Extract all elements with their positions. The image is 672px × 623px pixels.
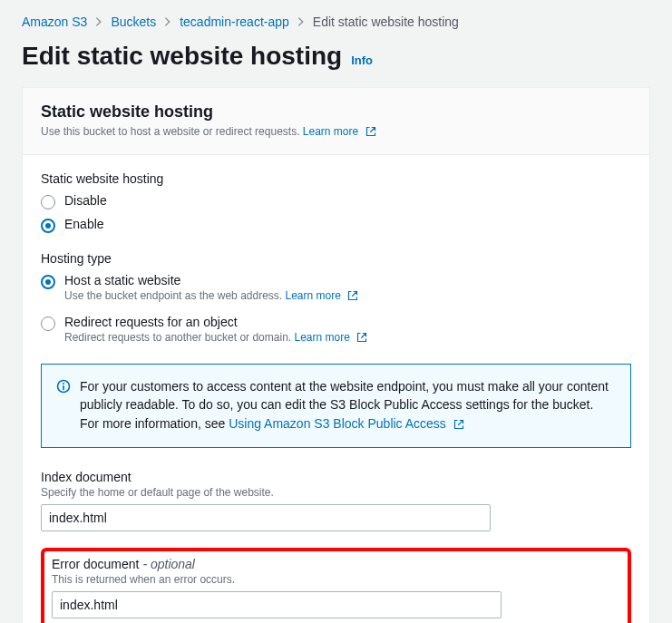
breadcrumb-current: Edit static website hosting [313, 15, 459, 29]
panel-desc: Use this bucket to host a website or red… [41, 125, 631, 140]
index-document-group: Index document Specify the home or defau… [41, 470, 491, 531]
breadcrumb-link-bucketname[interactable]: tecadmin-react-app [180, 15, 289, 29]
learn-more-link[interactable]: Learn more [294, 331, 367, 344]
external-link-icon [365, 126, 376, 140]
hosting-type-label: Hosting type [41, 251, 631, 266]
radio-host-static-desc: Use the bucket endpoint as the web addre… [64, 289, 358, 304]
panel-static-website-hosting: Static website hosting Use this bucket t… [22, 87, 650, 623]
chevron-right-icon [295, 15, 307, 28]
public-access-alert: For your customers to access content at … [41, 364, 631, 448]
learn-more-link[interactable]: Learn more [286, 289, 359, 302]
radio-icon [41, 219, 55, 233]
radio-icon [41, 316, 55, 331]
radio-redirect-desc: Redirect requests to another bucket or d… [64, 331, 367, 346]
chevron-right-icon [161, 15, 174, 28]
radio-disable-label: Disable [64, 193, 107, 208]
index-document-input[interactable] [41, 504, 491, 531]
external-link-icon [356, 332, 367, 346]
panel-title: Static website hosting [41, 102, 631, 122]
hosting-radio-label: Static website hosting [41, 171, 631, 186]
external-link-icon [347, 290, 358, 304]
svg-point-1 [63, 383, 64, 385]
radio-icon [41, 275, 55, 289]
hosting-type-group: Host a static website Use the bucket end… [41, 273, 631, 346]
info-icon [56, 379, 71, 434]
index-document-hint: Specify the home or default page of the … [41, 486, 491, 499]
info-link[interactable]: Info [351, 54, 373, 67]
external-link-icon [453, 416, 464, 434]
error-document-label: Error document - optional [52, 557, 502, 571]
index-document-label: Index document [41, 470, 491, 484]
error-document-hint: This is returned when an error occurs. [52, 573, 502, 586]
breadcrumb-link-s3[interactable]: Amazon S3 [22, 15, 87, 29]
radio-redirect-label: Redirect requests for an object [64, 315, 367, 329]
radio-icon [41, 195, 55, 209]
error-document-group: Error document - optional This is return… [52, 557, 502, 618]
breadcrumb-link-buckets[interactable]: Buckets [111, 15, 156, 29]
chevron-right-icon [93, 15, 105, 28]
panel-header: Static website hosting Use this bucket t… [23, 88, 649, 155]
svg-rect-2 [63, 385, 64, 390]
block-public-access-link[interactable]: Using Amazon S3 Block Public Access [229, 416, 464, 431]
breadcrumb: Amazon S3 Buckets tecadmin-react-app Edi… [22, 15, 650, 29]
radio-disable[interactable]: Disable [41, 193, 631, 209]
optional-text: - optional [142, 557, 195, 571]
page-title: Edit static website hosting [22, 42, 342, 71]
radio-host-static-label: Host a static website [64, 273, 358, 287]
radio-host-static[interactable]: Host a static website Use the bucket end… [41, 273, 631, 304]
radio-redirect[interactable]: Redirect requests for an object Redirect… [41, 315, 631, 346]
alert-body: For your customers to access content at … [80, 377, 616, 434]
radio-enable[interactable]: Enable [41, 217, 631, 233]
error-document-input[interactable] [52, 591, 502, 618]
learn-more-link[interactable]: Learn more [303, 125, 376, 138]
radio-enable-label: Enable [64, 217, 104, 231]
error-document-highlight: Error document - optional This is return… [41, 548, 631, 623]
hosting-radio-group: Disable Enable [41, 193, 631, 233]
